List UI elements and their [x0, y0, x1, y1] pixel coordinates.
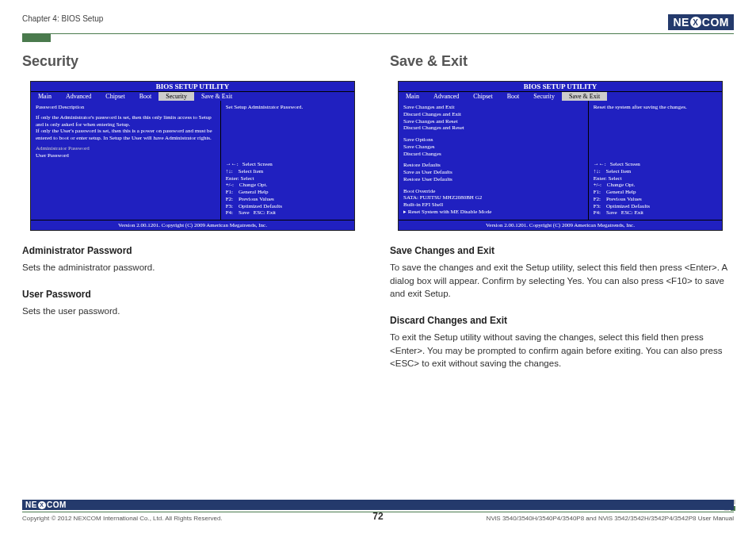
- brand-left: NE: [673, 16, 689, 29]
- bios-title: BIOS SETUP UTILITY: [399, 82, 722, 91]
- bios-tab-saveexit: Save & Exit: [194, 92, 239, 101]
- bios-right-panel: Set Setup Administrator Password. →←: Se…: [221, 101, 354, 220]
- saveexit-section: Save & Exit BIOS SETUP UTILITY Main Adva…: [390, 53, 734, 370]
- bios-tab-chipset: Chipset: [466, 92, 499, 101]
- bios-group-saveopts: Save Changes Discard Changes: [403, 144, 583, 158]
- discard-exit-heading: Discard Changes and Exit: [390, 315, 734, 326]
- page-number: 72: [0, 511, 756, 522]
- pw-desc-head: Password Description: [36, 104, 216, 111]
- brand-logo: NE X COM: [668, 14, 734, 30]
- discard-exit-text: To exit the Setup utility without saving…: [390, 331, 734, 370]
- brand-right: COM: [702, 16, 729, 29]
- save-exit-text: To save the changes and exit the Setup u…: [390, 261, 734, 301]
- bios-nav-keys: →←: Select Screen ↑↓: Select Item Enter:…: [594, 161, 717, 217]
- pw-desc-body: If only the Administrator's password is …: [36, 114, 216, 142]
- bios-tab-chipset: Chipset: [98, 92, 132, 101]
- bios-tab-security: Security: [526, 92, 562, 101]
- bios-left-panel: Password Description If only the Adminis…: [31, 101, 221, 220]
- bios-left-panel: Save Changes and Exit Discard Changes an…: [399, 101, 589, 220]
- admin-pw-text: Sets the administrator password.: [22, 261, 366, 274]
- user-pw-text: Sets the user password.: [22, 305, 366, 318]
- bios-menu-bar: Main Advanced Chipset Boot Security Save…: [399, 91, 722, 101]
- bios-tab-security: Security: [158, 92, 194, 101]
- save-exit-heading: Save Changes and Exit: [390, 245, 734, 256]
- bios-nav-keys: →←: Select Screen ↑↓: Select Item Enter:…: [226, 161, 349, 217]
- bios-right-panel: Reset the system after saving the change…: [589, 101, 722, 220]
- security-title: Security: [22, 53, 366, 70]
- brand-x-icon: X: [690, 17, 701, 28]
- bios-group-defaults: Restore Defaults Save as User Defaults R…: [403, 162, 583, 182]
- bios-item-admin-pw: Administrator Password: [36, 145, 216, 152]
- bios-version-footer: Version 2.00.1201. Copyright (C) 2009 Am…: [31, 220, 354, 230]
- bios-tab-boot: Boot: [132, 92, 159, 101]
- footer-logo: NE X COM: [22, 500, 734, 510]
- header-bar: Chapter 4: BIOS Setup NE X COM: [22, 14, 734, 34]
- bios-boot-sata: SATA: FUJITSU MHZ2080BH G2: [403, 194, 583, 201]
- bios-group-saveopts-head: Save Options: [403, 136, 583, 144]
- bios-security-screenshot: BIOS SETUP UTILITY Main Advanced Chipset…: [30, 81, 355, 231]
- bios-tab-advanced: Advanced: [426, 92, 466, 101]
- saveexit-title: Save & Exit: [390, 53, 734, 70]
- page-tab-marker: [22, 34, 51, 42]
- bios-tab-main: Main: [31, 92, 59, 101]
- bios-saveexit-screenshot: BIOS SETUP UTILITY Main Advanced Chipset…: [398, 81, 723, 231]
- bios-boot-efi: Built-in EFI Shell: [403, 201, 583, 209]
- bios-help-text: Reset the system after saving the change…: [594, 104, 717, 111]
- admin-pw-heading: Administrator Password: [22, 245, 366, 256]
- bios-version-footer: Version 2.00.1201. Copyright (C) 2009 Am…: [399, 220, 722, 230]
- user-pw-heading: User Password: [22, 289, 366, 300]
- bios-item-user-pw: User Password: [36, 152, 216, 159]
- bios-group-boot-head: Boot Override: [403, 188, 583, 195]
- bios-tab-saveexit: Save & Exit: [562, 92, 607, 101]
- bios-menu-bar: Main Advanced Chipset Boot Security Save…: [31, 91, 354, 101]
- bios-tab-boot: Boot: [500, 92, 527, 101]
- bios-group-exit: Save Changes and Exit Discard Changes an…: [403, 104, 583, 132]
- bios-title: BIOS SETUP UTILITY: [31, 82, 354, 91]
- bios-reset-me: ▸ Reset System with ME Disable Mode: [403, 209, 583, 216]
- bios-tab-advanced: Advanced: [59, 92, 98, 101]
- chapter-label: Chapter 4: BIOS Setup: [22, 14, 103, 23]
- bios-help-text: Set Setup Administrator Password.: [226, 104, 349, 111]
- bios-tab-main: Main: [399, 92, 426, 101]
- security-section: Security BIOS SETUP UTILITY Main Advance…: [22, 53, 366, 370]
